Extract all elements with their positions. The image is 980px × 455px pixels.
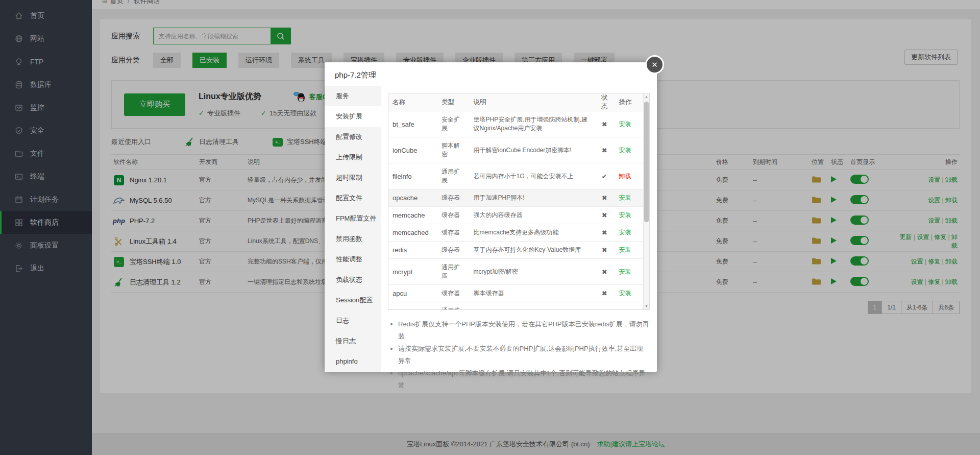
ext-row: apcu缓存器脚本缓存器✖安装 <box>388 285 643 302</box>
modal-menu-disabled-functions[interactable]: 禁用函数 <box>325 229 381 249</box>
ext-action-link[interactable]: 安装 <box>619 147 631 154</box>
ext-status-icon: ✖ <box>594 207 615 224</box>
ext-row: bt_safe安全扩展堡塔PHP安全扩展,用于增强防跨站机制,建议Nginx/A… <box>388 111 643 137</box>
modal-menu-fpm-config[interactable]: FPM配置文件 <box>325 208 381 229</box>
ext-row: redis缓存器基于内存亦可持久化的Key-Value数据库✖安装 <box>388 242 643 259</box>
modal-menu-session-config[interactable]: Session配置 <box>325 290 381 310</box>
ext-action-link[interactable]: 安装 <box>619 229 631 236</box>
modal-menu-phpinfo[interactable]: phpinfo <box>325 351 381 372</box>
ext-action-link[interactable]: 安装 <box>619 268 631 275</box>
ext-status-icon: ✖ <box>594 224 615 242</box>
ext-action-link[interactable]: 安装 <box>619 194 631 201</box>
note-item: Redis扩展仅支持一个PHP版本安装使用，若在其它PHP版本已安装redis扩… <box>398 318 650 343</box>
modal-title: php-7.2管理 <box>325 62 657 86</box>
ext-status-icon: ✖ <box>594 189 615 207</box>
ext-action-link[interactable]: 卸载 <box>619 173 631 180</box>
ext-row: ionCube脚本解密用于解密ionCube Encoder加密脚本!✖安装 <box>388 137 643 163</box>
ext-status-icon: ✖ <box>594 285 615 302</box>
ext-action-link[interactable]: 安装 <box>619 121 631 128</box>
modal-menu-performance[interactable]: 性能调整 <box>325 249 381 270</box>
ext-status-icon: ✔ <box>594 163 615 189</box>
modal-menu-load-status[interactable]: 负载状态 <box>325 270 381 290</box>
modal-menu-upload-limit[interactable]: 上传限制 <box>325 147 381 167</box>
modal-menu-timeout-limit[interactable]: 超时限制 <box>325 167 381 188</box>
ext-action-link[interactable]: 安装 <box>619 211 631 219</box>
ext-row: memcache缓存器强大的内容缓存器✖安装 <box>388 207 643 224</box>
extension-table: 名称类型说明状态操作 bt_safe安全扩展堡塔PHP安全扩展,用于增强防跨站机… <box>388 93 643 310</box>
extension-table-wrap: 名称类型说明状态操作 bt_safe安全扩展堡塔PHP安全扩展,用于增强防跨站机… <box>388 93 650 310</box>
modal-menu-log[interactable]: 日志 <box>325 310 381 331</box>
scroll-up-icon[interactable]: ▲ <box>644 95 649 99</box>
modal-menu-slow-log[interactable]: 慢日志 <box>325 331 381 351</box>
scrollbar[interactable]: ▲ ▼ <box>643 93 649 309</box>
ext-status-icon: ✖ <box>594 242 615 259</box>
extension-notes: Redis扩展仅支持一个PHP版本安装使用，若在其它PHP版本已安装redis扩… <box>398 318 650 392</box>
ext-row: memcached缓存器比memcache支持更多高级功能✖安装 <box>388 224 643 242</box>
ext-status-icon: ✖ <box>594 137 615 163</box>
modal-menu-config-file[interactable]: 配置文件 <box>325 188 381 208</box>
ext-header-row: 名称类型说明状态操作 <box>388 93 643 111</box>
ext-action-link[interactable]: 安装 <box>619 246 631 253</box>
scrollbar-thumb[interactable] <box>644 102 649 222</box>
ext-action-link[interactable]: 安装 <box>619 290 631 297</box>
ext-row: opcache缓存器用于加速PHP脚本!✖安装 <box>388 189 643 207</box>
ext-row: imagemagick通用扩展Imagick高性能图形库✖安装 <box>388 302 643 310</box>
ext-status-icon: ✖ <box>594 111 615 137</box>
ext-row: mcrypt通用扩展mcrypt加密/解密✖安装 <box>388 259 643 285</box>
scroll-down-icon[interactable]: ▼ <box>644 304 649 308</box>
ext-row: fileinfo通用扩展若可用内存小于1G，可能会安装不上✔卸载 <box>388 163 643 189</box>
note-item: opcache/xcache/apc等脚本缓存扩展,请只安装其中1个,否则可能导… <box>398 367 650 392</box>
ext-status-icon: ✖ <box>594 259 615 285</box>
modal-menu: 服务 安装扩展 配置修改 上传限制 超时限制 配置文件 FPM配置文件 禁用函数… <box>325 86 381 372</box>
modal-menu-config-edit[interactable]: 配置修改 <box>325 127 381 147</box>
ext-status-icon: ✖ <box>594 302 615 310</box>
bt-panel-app: 首页 网站 FTP 数据库 监控 安全 <box>0 0 980 455</box>
close-icon[interactable]: ✕ <box>645 55 664 74</box>
php-manage-modal: ✕ php-7.2管理 服务 安装扩展 配置修改 上传限制 超时限制 配置文件 … <box>325 62 657 372</box>
note-item: 请按实际需求安装扩展,不要安装不必要的PHP扩展,这会影响PHP执行效率,甚至出… <box>398 343 650 367</box>
modal-menu-install-ext[interactable]: 安装扩展 <box>325 106 381 127</box>
modal-menu-service[interactable]: 服务 <box>325 86 381 106</box>
